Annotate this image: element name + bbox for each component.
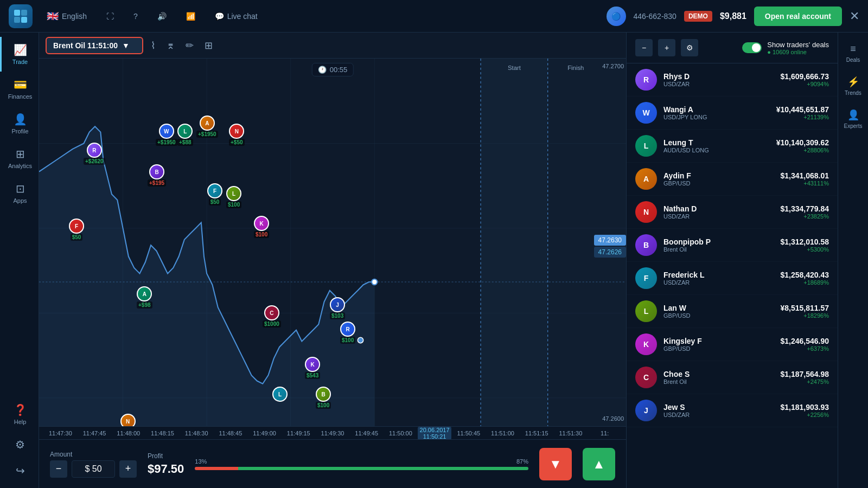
trader-change: +18296%: [780, 312, 829, 319]
trader-stats: $1,334,779.84 +23825%: [780, 204, 829, 220]
trader-item[interactable]: A Aydin F GBP/USD $1,341,068.01 +43111%: [627, 163, 838, 196]
amount-label: Amount: [50, 451, 137, 458]
trader-avatar: R: [635, 69, 657, 91]
sidebar-item-trade[interactable]: 📈 Trade: [0, 37, 39, 72]
close-button[interactable]: ✕: [850, 9, 859, 23]
sidebar-item-analytics[interactable]: ⊞ Analytics: [0, 141, 39, 176]
trader-info: Jew S USD/ZAR: [663, 403, 774, 418]
progress-labels: 13% 87%: [195, 458, 528, 465]
sidebar-item-help[interactable]: ❓ Help: [0, 397, 39, 432]
trader-stats: $1,187,564.98 +2475%: [780, 370, 829, 385]
language-label: English: [62, 12, 87, 21]
open-account-button[interactable]: Open real account: [754, 7, 842, 26]
user-id: 446-662-830: [634, 12, 676, 21]
trends-label: Trends: [845, 90, 861, 96]
livechat-btn[interactable]: 💬 Live chat: [209, 9, 263, 24]
show-deals-toggle[interactable]: [742, 42, 762, 53]
topbar: 🇬🇧 English ⛶ ? 🔊 📶 💬 Live chat 🔵 446-662…: [0, 0, 868, 33]
draw-btn[interactable]: ✏: [182, 36, 197, 55]
sidebar-item-profile[interactable]: 👤 Profile: [0, 106, 39, 141]
trade-up-button[interactable]: ▲: [583, 448, 615, 480]
sidebar-item-apps[interactable]: ⊡ Apps: [0, 176, 39, 210]
sound-btn[interactable]: 🔊: [152, 9, 172, 24]
zoom-out-btn[interactable]: −: [635, 39, 653, 56]
trader-change: +5300%: [780, 246, 829, 253]
trader-avatar: L: [635, 300, 657, 322]
app-logo[interactable]: [9, 4, 33, 28]
instrument-selector[interactable]: Brent Oil 11:51:00 ▼: [46, 37, 143, 54]
time-tick: 11:51:15: [520, 430, 554, 436]
deals-item[interactable]: ≡ Deals: [838, 37, 868, 69]
svg-rect-0: [14, 10, 20, 16]
trader-info: Kingsley F GBP/USD: [663, 337, 774, 352]
trader-stats: $1,312,010.58 +5300%: [780, 237, 829, 253]
time-tick: 11:49:45: [349, 430, 384, 436]
user-section: 🔵 446-662-830 DEMO $9,881 Open real acco…: [607, 7, 860, 26]
trends-icon: ⚡: [847, 76, 859, 88]
trader-pair: USD/ZAR: [663, 412, 774, 418]
trader-pair: Brent Oil: [663, 378, 774, 385]
amount-increase-btn[interactable]: +: [119, 460, 137, 478]
trader-info: Boonpipob P Brent Oil: [663, 237, 774, 253]
help-icon-sidebar: ❓: [14, 403, 27, 416]
trader-name: Rhys D: [663, 72, 774, 81]
profile-icon: 👤: [14, 113, 27, 126]
svg-point-20: [372, 279, 377, 285]
signal-btn[interactable]: 📶: [181, 9, 201, 24]
trader-item[interactable]: R Rhys D USD/ZAR $1,609,666.73 +9094%: [627, 63, 838, 97]
line-chart-btn[interactable]: ⌇: [148, 36, 159, 55]
trader-avatar: J: [635, 400, 657, 421]
avatar: 🔵: [607, 7, 626, 26]
sidebar-item-settings[interactable]: ⚙: [0, 432, 39, 458]
trader-item[interactable]: J Jew S USD/ZAR $1,181,903.93 +2256%: [627, 394, 838, 427]
trader-item[interactable]: C Choe S Brent Oil $1,187,564.98 +2475%: [627, 361, 838, 394]
zoom-in-btn[interactable]: +: [658, 39, 675, 56]
trader-avatar: N: [635, 201, 657, 223]
trader-item[interactable]: N Nathan D USD/ZAR $1,334,779.84 +23825%: [627, 196, 838, 229]
sidebar-item-logout[interactable]: ↪: [0, 458, 39, 484]
trade-down-button[interactable]: ▼: [539, 448, 572, 480]
instrument-name: Brent Oil 11:51:00: [53, 41, 118, 50]
progress-bar-red: [195, 467, 238, 470]
trader-item[interactable]: L Lan W GBP/USD ¥8,515,811.57 +18296%: [627, 295, 838, 328]
trader-info: Wangi A USD/JPY LONG: [663, 105, 770, 120]
trader-amount: ¥10,140,309.62: [776, 138, 829, 147]
show-deals-label: Show traders' deals: [767, 41, 829, 49]
trader-avatar: B: [635, 234, 657, 256]
trader-change: +28806%: [776, 147, 829, 153]
trader-item[interactable]: W Wangi A USD/JPY LONG ¥10,445,651.87 +2…: [627, 97, 838, 130]
trader-item[interactable]: K Kingsley F GBP/USD $1,246,546.90 +6373…: [627, 328, 838, 361]
trends-item[interactable]: ⚡ Trends: [838, 69, 868, 102]
language-selector[interactable]: 🇬🇧 English: [41, 7, 92, 25]
settings-btn[interactable]: ⚙: [681, 39, 698, 56]
profit-value: $97.50: [148, 462, 184, 476]
amount-input[interactable]: [72, 460, 115, 478]
experts-item[interactable]: 👤 Experts: [838, 102, 868, 136]
trader-item[interactable]: F Frederick L USD/ZAR $1,258,420.43 +186…: [627, 262, 838, 295]
sound-icon: 🔊: [157, 12, 167, 21]
time-tick: 11:48:30: [180, 430, 214, 436]
grid-btn[interactable]: ⊞: [201, 36, 216, 55]
price-labels: 47.2630 47.2626: [594, 235, 626, 258]
trader-info: Frederick L USD/ZAR: [663, 271, 774, 286]
clock-icon: 🕐: [318, 66, 327, 74]
timer-value: 00:55: [330, 66, 348, 74]
experts-label: Experts: [844, 123, 863, 129]
main-layout: 📈 Trade 💳 Finances 👤 Profile ⊞ Analytics…: [0, 33, 868, 488]
sidebar-item-finances[interactable]: 💳 Finances: [0, 72, 39, 106]
amount-decrease-btn[interactable]: −: [50, 460, 67, 478]
trader-info: Leung T AUD/USD LONG: [663, 138, 770, 153]
left-sidebar: 📈 Trade 💳 Finances 👤 Profile ⊞ Analytics…: [0, 33, 39, 488]
fullscreen-btn[interactable]: ⛶: [101, 9, 119, 24]
bottom-controls: Amount − + Profit $97.50 13% 87%: [39, 439, 626, 488]
trader-info: Nathan D USD/ZAR: [663, 204, 774, 220]
trader-item[interactable]: B Boonpipob P Brent Oil $1,312,010.58 +5…: [627, 229, 838, 262]
candle-chart-btn[interactable]: ⌆: [163, 36, 178, 55]
help-btn[interactable]: ?: [128, 9, 143, 24]
chart-canvas[interactable]: 🕐 00:55 47.2700 47.2650 47.2600 47.2630 …: [39, 59, 626, 426]
progress-left-label: 13%: [195, 458, 207, 465]
trader-item[interactable]: L Leung T AUD/USD LONG ¥10,140,309.62 +2…: [627, 130, 838, 163]
trader-avatar: K: [635, 333, 657, 355]
trader-stats: $1,181,903.93 +2256%: [780, 403, 829, 418]
trader-amount: ¥8,515,811.57: [780, 304, 829, 312]
